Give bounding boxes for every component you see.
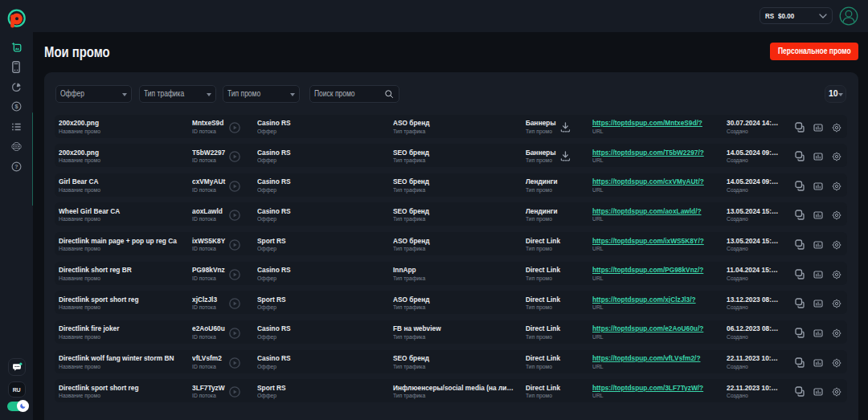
- svg-text:$: $: [14, 103, 18, 110]
- svg-text:?: ?: [14, 164, 18, 169]
